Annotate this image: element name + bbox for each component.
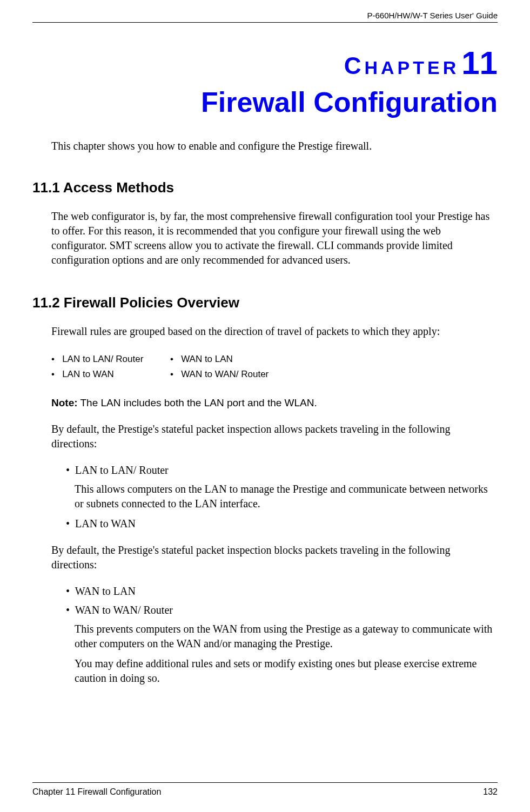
blocks-item-1: WAN to LAN — [75, 585, 136, 597]
note-text: The LAN includes both the LAN port and t… — [78, 397, 317, 408]
note-label: Note: — [51, 397, 78, 408]
chapter-heading: CHAPTER 11 — [32, 44, 498, 82]
blocks-item-2-desc: This prevents computers on the WAN from … — [75, 622, 498, 651]
allows-item-2: LAN to WAN — [75, 518, 136, 529]
footer-chapter-ref: Chapter 11 Firewall Configuration — [32, 787, 161, 797]
list-item: • WAN to WAN/ Router This prevents compu… — [66, 604, 498, 686]
direction-lan-lan-router: • LAN to LAN/ Router — [51, 352, 170, 367]
chapter-title: Firewall Configuration — [32, 86, 498, 118]
chapter-label-prefix: C — [344, 52, 365, 79]
section-11-2-heading: 11.2 Firewall Policies Overview — [32, 294, 498, 311]
directions-col-1: • LAN to LAN/ Router • LAN to WAN — [51, 352, 170, 382]
chapter-label: CHAPTER — [344, 57, 460, 78]
allows-item-1: LAN to LAN/ Router — [75, 464, 169, 476]
list-item: • LAN to WAN — [66, 518, 498, 530]
blocks-item-2: WAN to WAN/ Router — [75, 604, 173, 616]
chapter-intro: This chapter shows you how to enable and… — [51, 140, 498, 152]
page-header: P-660H/HW/W-T Series User' Guide — [32, 0, 498, 23]
section-11-1-heading: 11.1 Access Methods — [32, 179, 498, 196]
direction-wan-lan: • WAN to LAN — [170, 352, 289, 367]
guide-name: P-660H/HW/W-T Series User' Guide — [367, 11, 498, 20]
direction-lan-wan: • LAN to WAN — [51, 367, 170, 382]
section-11-1-body: The web configurator is, by far, the mos… — [51, 209, 498, 267]
note-block: Note: The LAN includes both the LAN port… — [51, 397, 498, 409]
allows-intro: By default, the Prestige's stateful pack… — [51, 422, 498, 451]
blocks-list: • WAN to LAN • WAN to WAN/ Router This p… — [66, 585, 498, 686]
directions-grid: • LAN to LAN/ Router • LAN to WAN • WAN … — [51, 352, 498, 382]
footer-page-number: 132 — [483, 787, 498, 797]
allows-list: • LAN to LAN/ Router This allows compute… — [66, 464, 498, 530]
list-item: • WAN to LAN — [66, 585, 498, 598]
page-footer: Chapter 11 Firewall Configuration 132 — [32, 782, 498, 797]
direction-wan-wan-router: • WAN to WAN/ Router — [170, 367, 289, 382]
section-11-2-intro: Firewall rules are grouped based on the … — [51, 324, 498, 339]
directions-col-2: • WAN to LAN • WAN to WAN/ Router — [170, 352, 289, 382]
chapter-label-text: HAPTER — [364, 57, 459, 78]
blocks-intro: By default, the Prestige's stateful pack… — [51, 543, 498, 572]
allows-item-1-desc: This allows computers on the LAN to mana… — [75, 482, 498, 511]
list-item: • LAN to LAN/ Router This allows compute… — [66, 464, 498, 511]
blocks-item-2-more: You may define additional rules and sets… — [75, 656, 498, 686]
chapter-number: 11 — [461, 45, 498, 81]
